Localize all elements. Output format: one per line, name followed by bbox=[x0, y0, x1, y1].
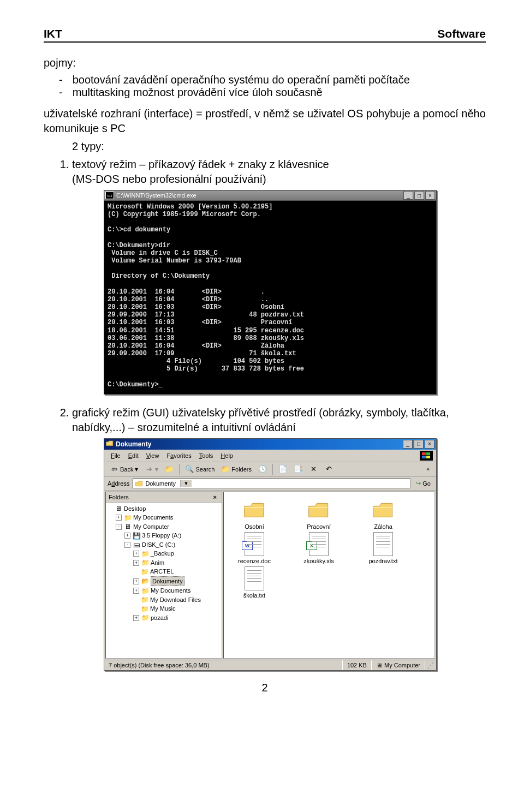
address-dropdown[interactable]: ▼ bbox=[180, 480, 192, 487]
tree-label: ARCTEL bbox=[150, 567, 174, 576]
svg-rect-1 bbox=[426, 452, 430, 455]
file-item[interactable]: pozdrav.txt bbox=[356, 532, 410, 564]
menu-help[interactable]: Help bbox=[217, 451, 236, 460]
forward-button[interactable]: ➔ ▾ bbox=[142, 464, 160, 475]
up-button[interactable]: 📁 bbox=[163, 464, 176, 475]
folder-icon: 📁 bbox=[141, 569, 148, 575]
menu-favorites[interactable]: Favorites bbox=[163, 451, 194, 460]
tree-label: Anim bbox=[151, 558, 164, 568]
tree-row[interactable]: +📁My Documents bbox=[107, 513, 221, 522]
cmd-titlebar[interactable]: c:\ C:\WINNT\System32\cmd.exe _ □ × bbox=[104, 190, 436, 201]
maximize-button[interactable]: □ bbox=[414, 191, 424, 200]
svg-rect-0 bbox=[422, 452, 426, 455]
folders-panel-title: Folders bbox=[109, 494, 129, 500]
back-button[interactable]: ⇦Back ▾ bbox=[108, 464, 140, 475]
svg-rect-3 bbox=[426, 456, 430, 458]
go-label: Go bbox=[422, 480, 431, 487]
tree-label: My Documents bbox=[133, 513, 173, 522]
toolbar-overflow[interactable]: » bbox=[423, 466, 433, 472]
tree-row[interactable]: -🖴DISK_C (C:) bbox=[107, 540, 221, 550]
expand-icon[interactable]: + bbox=[133, 560, 139, 566]
magnifier-folder-icon bbox=[106, 440, 114, 448]
search-button[interactable]: 🔍Search bbox=[183, 464, 217, 475]
go-button[interactable]: ↪ Go bbox=[414, 479, 433, 488]
resize-grip[interactable]: ⋰ bbox=[425, 660, 436, 670]
tree-label: 3.5 Floppy (A:) bbox=[142, 531, 181, 540]
expand-icon[interactable]: + bbox=[124, 533, 130, 539]
file-item[interactable]: škola.txt bbox=[227, 566, 282, 599]
close-button[interactable]: × bbox=[425, 440, 434, 449]
tree-row[interactable]: +📁Anim bbox=[107, 558, 221, 568]
bullet-list: bootování zavádění operačního systému do… bbox=[44, 74, 486, 99]
folder-icon bbox=[306, 498, 332, 522]
menu-tools[interactable]: Tools bbox=[196, 451, 217, 460]
expand-icon[interactable]: + bbox=[116, 515, 122, 521]
bullet-item: multitasking možnost provádění více úloh… bbox=[44, 86, 486, 99]
address-input[interactable]: Dokumenty ▼ bbox=[133, 479, 410, 488]
collapse-icon[interactable]: - bbox=[124, 542, 130, 548]
folders-button[interactable]: 📁Folders bbox=[219, 464, 254, 475]
minimize-button[interactable]: _ bbox=[403, 191, 413, 200]
numitem-1-line2: (MS-DOS nebo profesionální používání) bbox=[72, 173, 266, 185]
file-item[interactable]: Záloha bbox=[356, 498, 410, 530]
delete-icon: ✕ bbox=[309, 465, 318, 474]
close-panel-button[interactable]: × bbox=[211, 494, 219, 500]
tree-row[interactable]: +📁My Documents bbox=[107, 586, 221, 595]
expand-icon[interactable]: + bbox=[133, 588, 139, 594]
tree-row[interactable]: +📁pozadi bbox=[107, 613, 221, 623]
tree-label: My Download Files bbox=[150, 595, 201, 605]
file-label: pozdrav.txt bbox=[356, 558, 410, 564]
floppy-icon: 💾 bbox=[133, 533, 140, 539]
expand-icon[interactable]: + bbox=[133, 578, 139, 584]
close-button[interactable]: × bbox=[425, 191, 435, 200]
folders-icon: 📁 bbox=[221, 465, 230, 474]
menu-file[interactable]: File bbox=[108, 451, 124, 460]
file-label: škola.txt bbox=[227, 592, 282, 599]
explorer-titlebar[interactable]: Dokumenty _ □ × bbox=[104, 439, 436, 450]
file-item[interactable]: Wrecenze.doc bbox=[227, 532, 282, 564]
folder-icon: 📁 bbox=[141, 551, 149, 557]
copyto-button[interactable]: 📑 bbox=[291, 464, 305, 475]
tree-label: _Backup bbox=[151, 549, 174, 558]
tree-row[interactable]: +📁_Backup bbox=[107, 549, 221, 558]
undo-button[interactable]: ↶ bbox=[322, 464, 335, 475]
folder-icon: 📁 bbox=[141, 614, 149, 621]
delete-button[interactable]: ✕ bbox=[307, 464, 320, 475]
tree-row[interactable]: +💾3.5 Floppy (A:) bbox=[107, 531, 221, 540]
tree-row[interactable]: +📂Dokumenty bbox=[107, 576, 221, 587]
tree-label: My Computer bbox=[133, 522, 169, 532]
folder-tree[interactable]: 🖥Desktop+📁My Documents-🖥My Computer+💾3.5… bbox=[106, 503, 222, 658]
minimize-button[interactable]: _ bbox=[403, 440, 413, 449]
menu-view[interactable]: View bbox=[143, 451, 163, 460]
file-pane[interactable]: OsobníPracovníZálohaWrecenze.docXzkoušky… bbox=[223, 492, 435, 659]
file-item[interactable]: Pracovní bbox=[291, 498, 346, 530]
explorer-title: Dokumenty bbox=[116, 440, 151, 448]
collapse-icon[interactable]: - bbox=[116, 524, 122, 530]
menu-edit[interactable]: Edit bbox=[125, 451, 142, 460]
svg-rect-2 bbox=[422, 456, 426, 458]
address-bar: Address Dokumenty ▼ ↪ Go bbox=[104, 477, 436, 491]
folder-up-icon: 📁 bbox=[165, 465, 174, 474]
tree-row[interactable]: 🖥Desktop bbox=[107, 504, 221, 514]
file-item[interactable]: Xzkoušky.xls bbox=[291, 532, 346, 564]
para-interface: uživatelské rozhraní (interface) = prost… bbox=[44, 106, 486, 136]
status-objects: 7 object(s) (Disk free space: 36,0 MB) bbox=[104, 660, 343, 670]
expand-icon[interactable]: + bbox=[133, 615, 139, 621]
excel-doc-icon: X bbox=[306, 532, 332, 556]
folder-icon: 📁 bbox=[141, 588, 149, 594]
tree-row[interactable]: 📁ARCTEL bbox=[107, 567, 221, 576]
folder-icon: 📁 bbox=[141, 559, 149, 566]
para-2typy: 2 typy: bbox=[44, 139, 486, 154]
maximize-button[interactable]: □ bbox=[414, 440, 424, 449]
expand-icon[interactable]: + bbox=[133, 551, 139, 557]
tree-row[interactable]: 📁My Download Files bbox=[107, 595, 221, 605]
history-button[interactable]: 🕓 bbox=[256, 464, 269, 475]
cmd-output[interactable]: Microsoft Windows 2000 [Version 5.00.219… bbox=[104, 201, 436, 394]
moveto-icon: 📄 bbox=[278, 465, 287, 474]
folder-tree-panel: Folders × 🖥Desktop+📁My Documents-🖥My Com… bbox=[105, 492, 222, 659]
moveto-button[interactable]: 📄 bbox=[276, 464, 289, 475]
tree-row[interactable]: -🖥My Computer bbox=[107, 522, 221, 532]
drive-icon: 🖴 bbox=[133, 541, 140, 548]
tree-row[interactable]: 📁My Music bbox=[107, 604, 221, 613]
file-item[interactable]: Osobní bbox=[227, 498, 282, 530]
